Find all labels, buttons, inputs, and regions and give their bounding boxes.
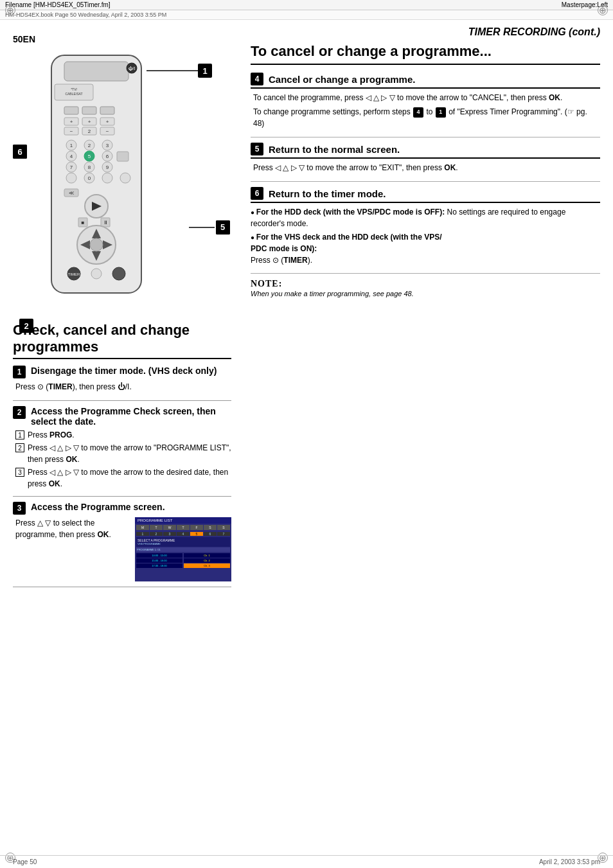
step-3-badge: 3 <box>13 502 26 515</box>
svg-text:≪: ≪ <box>69 190 74 196</box>
left-step-3-header: 3 Access the Programme screen. <box>13 502 231 515</box>
svg-rect-7 <box>64 107 78 114</box>
step-4-body-1: To cancel the programme, press ◁ △ ▷ ▽ t… <box>251 92 600 103</box>
svg-text:8: 8 <box>88 164 91 170</box>
step-6-bullet-2: For the VHS deck and the HDD deck (with … <box>251 231 600 266</box>
step-6-title: Return to the timer mode. <box>269 188 386 199</box>
svg-rect-1 <box>64 62 129 81</box>
step-1-title: Disengage the timer mode. (VHS deck only… <box>31 366 217 376</box>
svg-text:−: − <box>70 128 73 134</box>
right-main-title: To cancel or change a programme... <box>251 43 600 65</box>
step-4-body-2: To change programme settings, perform st… <box>251 106 600 129</box>
svg-text:3: 3 <box>106 143 109 148</box>
left-step-2-header: 2 Access the Programme Check screen, the… <box>13 406 231 427</box>
left-step-1: 1 Disengage the timer mode. (VHS deck on… <box>13 366 231 401</box>
right-step-6: 6 Return to the timer mode. For the HDD … <box>251 187 600 274</box>
svg-text:■: ■ <box>82 220 85 226</box>
svg-point-61 <box>91 269 102 279</box>
step-2-list: 1 Press PROG. 2 Press ◁ △ ▷ ▽ to move th… <box>13 429 231 490</box>
corner-mark-tl <box>5 5 15 15</box>
check-cancel-heading: Check, cancel and change programmes <box>13 322 231 359</box>
svg-point-41 <box>66 173 76 183</box>
note-title: NOTE <box>251 279 600 289</box>
filename-label: Filename [HM-HDS4EX_05Timer.fm] <box>5 1 111 8</box>
svg-text:7: 7 <box>70 164 73 170</box>
svg-rect-34 <box>117 152 129 161</box>
page-number: 50EN <box>13 26 35 47</box>
left-step-2: 2 Access the Programme Check screen, the… <box>13 406 231 497</box>
step-3-title: Access the Programme screen. <box>31 502 165 512</box>
book-ref-label: HM-HDS4EX.book Page 50 Wednesday, April … <box>5 12 166 18</box>
step-3-content: Press △ ▽ to select the programme, then … <box>13 517 231 581</box>
svg-text:+: + <box>106 119 109 125</box>
right-page-header: TIMER RECORDING (cont.) <box>251 26 600 38</box>
svg-text:2: 2 <box>88 143 91 148</box>
check-cancel-title: Check, cancel and change programmes <box>13 322 190 355</box>
svg-text:*TV/: *TV/ <box>71 87 77 91</box>
svg-text:2: 2 <box>88 128 91 134</box>
corner-mark-tr <box>598 5 608 15</box>
right-step-5: 5 Return to the normal screen. Press ◁ △… <box>251 143 600 182</box>
note-box: NOTE When you make a timer programming, … <box>251 279 600 299</box>
remote-illustration: *TV/ CABLE/SAT ⏻/I + + + − <box>13 52 212 322</box>
step-5-body: Press ◁ △ ▷ ▽ to move the arrow to "EXIT… <box>251 162 600 173</box>
step-2-title: Access the Programme Check screen, then … <box>31 406 231 427</box>
right-step-6-header: 6 Return to the timer mode. <box>251 187 600 203</box>
list-item-2: 2 Press ◁ △ ▷ ▽ to move the arrow to "PR… <box>15 442 231 465</box>
footer-page: Page 50 <box>13 858 37 865</box>
step-5-title: Return to the normal screen. <box>269 144 400 155</box>
remote-badge-2-5: 2 - 5 <box>189 222 218 232</box>
footer-date: April 2, 2003 3:53 pm <box>539 858 600 865</box>
left-step-3: 3 Access the Programme screen. Press △ ▽… <box>13 502 231 587</box>
step-5-badge: 5 <box>251 143 263 155</box>
right-step-4: 4 Cancel or change a programme. To cance… <box>251 73 600 137</box>
svg-text:TIMER: TIMER <box>68 272 80 276</box>
right-step-5-header: 5 Return to the normal screen. <box>251 143 600 159</box>
svg-text:⏻/I: ⏻/I <box>129 66 136 71</box>
svg-point-45 <box>120 173 130 183</box>
list-item-1: 1 Press PROG. <box>15 429 231 441</box>
page-num-text: 50 <box>13 34 23 44</box>
right-column: TIMER RECORDING (cont.) To cancel or cha… <box>244 26 600 592</box>
step-4-badge: 4 <box>251 73 263 85</box>
svg-rect-9 <box>100 107 114 114</box>
badge-1-label: 1 <box>198 64 212 78</box>
step-1-body: Press ⊙ (TIMER), then press ⏻/I. <box>13 381 231 393</box>
sub-header: HM-HDS4EX.book Page 50 Wednesday, April … <box>0 10 613 20</box>
svg-text:+: + <box>70 119 73 125</box>
step-6-badge: 6 <box>251 187 263 200</box>
step-4-title: Cancel or change a programme. <box>269 74 415 85</box>
step-6-bullet-1: For the HDD deck (with the VPS/PDC mode … <box>251 206 600 229</box>
svg-text:0: 0 <box>88 175 91 181</box>
svg-text:5: 5 <box>88 154 91 159</box>
svg-rect-8 <box>82 107 96 114</box>
step-1-badge: 1 <box>13 366 26 378</box>
main-content: 50EN *TV/ CABLE/SAT ⏻/I <box>0 20 613 599</box>
left-step-1-header: 1 Disengage the timer mode. (VHS deck on… <box>13 366 231 378</box>
page-num-suffix: EN <box>23 34 35 44</box>
svg-text:⏸: ⏸ <box>103 220 108 226</box>
svg-point-44 <box>102 173 112 183</box>
programme-screen-screenshot: PROGRAMME LIST M T W T F S S <box>135 517 231 581</box>
page-header: 50EN <box>13 26 231 47</box>
svg-text:+: + <box>88 119 91 125</box>
note-text: When you make a timer programming, see p… <box>251 289 600 299</box>
remote-svg: *TV/ CABLE/SAT ⏻/I + + + − <box>32 52 161 309</box>
header-bar: Filename [HM-HDS4EX_05Timer.fm] Masterpa… <box>0 0 613 10</box>
footer-bar: Page 50 April 2, 2003 3:53 pm <box>0 855 613 868</box>
right-step-4-header: 4 Cancel or change a programme. <box>251 73 600 89</box>
left-column: 50EN *TV/ CABLE/SAT ⏻/I <box>13 26 244 592</box>
step-2-badge: 2 <box>13 406 26 419</box>
svg-text:6: 6 <box>106 154 109 159</box>
svg-point-59 <box>90 238 103 251</box>
svg-point-62 <box>112 267 125 280</box>
svg-text:CABLE/SAT: CABLE/SAT <box>65 92 82 96</box>
svg-text:−: − <box>106 128 109 134</box>
svg-text:9: 9 <box>106 164 109 170</box>
svg-text:4: 4 <box>70 154 73 159</box>
list-item-3: 3 Press ◁ △ ▷ ▽ to move the arrow to the… <box>15 466 231 490</box>
step-3-body: Press △ ▽ to select the programme, then … <box>13 517 129 540</box>
section-title: TIMER RECORDING (cont.) <box>468 26 600 38</box>
svg-text:1: 1 <box>70 143 73 148</box>
